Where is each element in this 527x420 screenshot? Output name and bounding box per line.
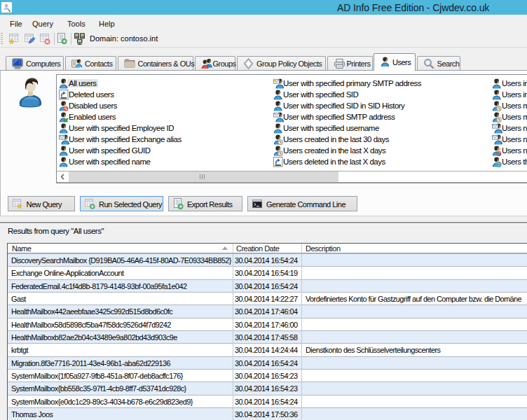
svg-text:?: ? (498, 146, 501, 153)
